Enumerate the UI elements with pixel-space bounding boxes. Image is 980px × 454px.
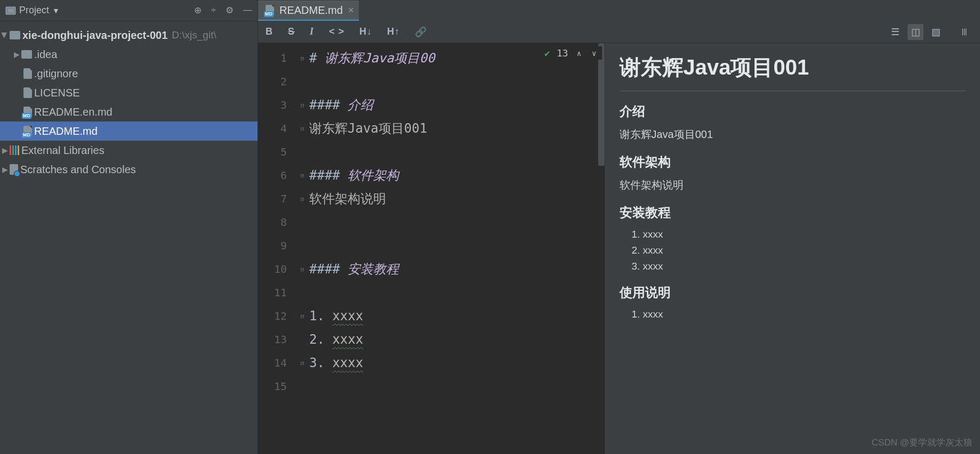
markdown-file-icon: MD — [23, 107, 32, 117]
strike-button[interactable]: S — [288, 26, 295, 37]
editor-split: 123 456 789 101112 131415 ⊟⊟⊟⊟⊟ ⊟⊟⊟ ✔ 13… — [258, 43, 980, 454]
project-view-icon — [5, 6, 16, 15]
tree-file-readme[interactable]: MD README.md — [0, 121, 258, 141]
inspection-widget[interactable]: ✔ 13 ∧ ∨ — [541, 46, 601, 60]
file-icon — [23, 68, 32, 79]
preview-h4: 使用说明 — [620, 284, 967, 301]
list-item: xxxx — [643, 229, 967, 240]
markdown-file-icon: MD — [23, 126, 32, 136]
libraries-icon — [10, 145, 19, 155]
editor-scrollbar[interactable] — [598, 43, 605, 166]
preview-paragraph: 软件架构说明 — [620, 178, 967, 192]
tree-folder-idea[interactable]: ▶ .idea — [0, 45, 258, 64]
tree-file-license[interactable]: LICENSE — [0, 83, 258, 102]
preview-h4: 安装教程 — [620, 204, 967, 221]
hide-panel-icon[interactable]: — — [243, 5, 252, 16]
link-button[interactable]: 🔗 — [415, 26, 427, 38]
collapse-all-icon[interactable]: ÷ — [211, 5, 216, 16]
locate-icon[interactable]: ⊕ — [194, 5, 202, 16]
preview-list: xxxx xxxx xxxx — [643, 229, 967, 272]
project-view-dropdown-icon[interactable]: ▼ — [52, 6, 60, 15]
markdown-preview[interactable]: 谢东辉Java项目001 介绍 谢东辉Java项目001 软件架构 软件架构说明… — [606, 43, 981, 454]
editor-tabs: MD README.md × — [258, 0, 980, 21]
split-view-icon[interactable]: ◫ — [907, 24, 923, 40]
preview-paragraph: 谢东辉Java项目001 — [620, 127, 967, 142]
code-content[interactable]: ✔ 13 ∧ ∨ # 谢东辉Java项目00 #### 介绍 谢东辉Java项目… — [307, 43, 605, 454]
heading-up-button[interactable]: H↑ — [387, 26, 400, 37]
markdown-file-icon: MD — [266, 5, 274, 15]
tree-file-readme-en[interactable]: MD README.en.md — [0, 102, 258, 121]
code-button[interactable]: < > — [329, 26, 344, 37]
preview-h4: 软件架构 — [620, 153, 967, 171]
preview-h4: 介绍 — [620, 103, 967, 120]
expand-arrow-icon[interactable]: ▶ — [1, 30, 9, 40]
bold-button[interactable]: B — [266, 26, 273, 37]
tree-root[interactable]: ▶ xie-donghui-java-project-001 D:\xjs_gi… — [0, 26, 258, 45]
file-icon — [23, 87, 32, 98]
root-name: xie-donghui-java-project-001 — [22, 29, 167, 42]
line-gutter: 123 456 789 101112 131415 — [258, 43, 298, 454]
watermark: CSDN @要学就学灰太狼 — [872, 436, 973, 449]
markdown-editor[interactable]: 123 456 789 101112 131415 ⊟⊟⊟⊟⊟ ⊟⊟⊟ ✔ 13… — [258, 43, 606, 454]
tree-scratches[interactable]: ▶ Scratches and Consoles — [0, 160, 258, 179]
preview-only-view-icon[interactable]: ▧ — [928, 24, 944, 40]
expand-arrow-icon[interactable]: ▶ — [0, 165, 10, 174]
folder-icon — [21, 50, 32, 59]
project-tree: ▶ xie-donghui-java-project-001 D:\xjs_gi… — [0, 21, 258, 179]
italic-button[interactable]: I — [310, 26, 314, 37]
expand-arrow-icon[interactable]: ▶ — [0, 146, 10, 155]
settings-icon[interactable]: ⚙ — [226, 5, 234, 16]
tab-label: README.md — [279, 4, 343, 17]
project-panel: Project ▼ ⊕ ÷ ⚙ — ▶ xie-donghui-java-pro… — [0, 0, 258, 454]
project-header: Project ▼ ⊕ ÷ ⚙ — — [0, 0, 258, 21]
preview-list: xxxx — [643, 309, 967, 320]
root-path: D:\xjs_git\ — [172, 29, 216, 41]
prev-problem-icon[interactable]: ∧ — [575, 49, 583, 58]
project-view-title[interactable]: Project — [19, 5, 49, 16]
tree-file-gitignore[interactable]: .gitignore — [0, 64, 258, 83]
list-item: xxxx — [643, 245, 967, 256]
tab-readme[interactable]: MD README.md × — [258, 1, 359, 21]
folder-icon — [10, 31, 20, 39]
check-icon: ✔ — [544, 47, 550, 59]
tree-external-libraries[interactable]: ▶ External Libraries — [0, 141, 258, 160]
markdown-toolbar: B S I < > H↓ H↑ 🔗 ☰ ◫ ▧ ⫼ — [258, 21, 980, 43]
expand-arrow-icon[interactable]: ▶ — [12, 50, 21, 59]
close-tab-icon[interactable]: × — [348, 5, 354, 16]
next-problem-icon[interactable]: ∨ — [590, 49, 598, 58]
preview-h1: 谢东辉Java项目001 — [620, 53, 967, 91]
scratches-icon — [10, 164, 18, 175]
columns-view-icon[interactable]: ⫼ — [957, 24, 973, 40]
list-item: xxxx — [643, 309, 967, 320]
list-item: xxxx — [643, 261, 967, 272]
fold-column[interactable]: ⊟⊟⊟⊟⊟ ⊟⊟⊟ — [298, 43, 307, 454]
editor-only-view-icon[interactable]: ☰ — [887, 24, 903, 40]
problem-count: 13 — [557, 47, 568, 59]
editor-area: MD README.md × B S I < > H↓ H↑ 🔗 ☰ ◫ ▧ ⫼ — [258, 0, 980, 454]
heading-down-button[interactable]: H↓ — [359, 26, 372, 37]
